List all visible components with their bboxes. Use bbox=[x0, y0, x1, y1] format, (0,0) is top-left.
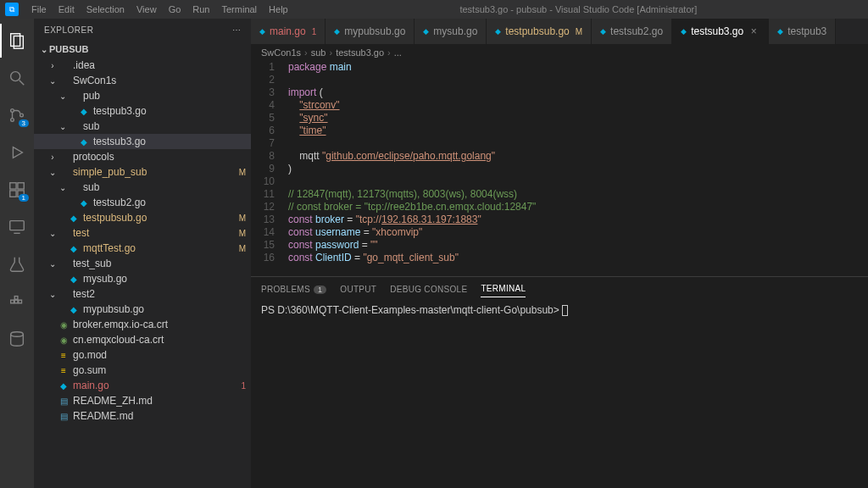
tree-item[interactable]: ◆mysub.go bbox=[34, 271, 251, 286]
tree-item[interactable]: ▤README_ZH.md bbox=[34, 393, 251, 408]
run-debug-icon[interactable] bbox=[0, 136, 34, 169]
docker-icon[interactable] bbox=[0, 285, 34, 319]
explorer-header: EXPLORER ⋯ bbox=[34, 19, 251, 41]
menu-run[interactable]: Run bbox=[186, 4, 215, 14]
file-label: mypubsub.go bbox=[83, 303, 144, 315]
remote-icon[interactable] bbox=[0, 210, 34, 244]
test-icon[interactable] bbox=[0, 247, 34, 281]
tree-item[interactable]: ⌄testM bbox=[34, 225, 251, 241]
file-label: testpub3.go bbox=[93, 105, 147, 117]
extensions-icon[interactable]: 1 bbox=[0, 173, 34, 207]
tree-item[interactable]: ◉broker.emqx.io-ca.crt bbox=[34, 317, 251, 332]
tree-item[interactable]: ›protocols bbox=[34, 149, 251, 164]
tree-item[interactable]: ⌄sub bbox=[34, 119, 251, 134]
editor-tab[interactable]: ◆testsub2.go bbox=[592, 19, 672, 44]
tree-item[interactable]: ⌄SwCon1s bbox=[34, 73, 251, 88]
code-editor[interactable]: 12345678910111213141516 package main imp… bbox=[251, 61, 868, 276]
tree-item[interactable]: ▤README.md bbox=[34, 408, 251, 424]
file-icon: ◆ bbox=[334, 27, 340, 36]
chevron-icon: ⌄ bbox=[47, 168, 58, 177]
file-icon bbox=[68, 120, 80, 132]
file-icon: ◆ bbox=[68, 303, 80, 315]
tree-item[interactable]: ◆main.go1 bbox=[34, 378, 251, 393]
chevron-icon: ⌄ bbox=[47, 229, 58, 238]
file-icon bbox=[58, 258, 70, 269]
more-icon[interactable]: ⋯ bbox=[232, 25, 242, 35]
breadcrumb-item[interactable]: SwCon1s bbox=[261, 47, 301, 58]
chevron-icon: ⌄ bbox=[58, 92, 68, 101]
breadcrumb-item[interactable]: ... bbox=[394, 47, 402, 58]
tree-item[interactable]: ◆testsub2.go bbox=[34, 195, 251, 210]
editor-tab[interactable]: ◆testsub3.go× bbox=[672, 19, 769, 44]
panel-tab-output[interactable]: OUTPUT bbox=[340, 281, 376, 297]
menu-help[interactable]: Help bbox=[263, 4, 294, 14]
activity-bar: 3 1 bbox=[0, 19, 34, 488]
count-badge: 1 bbox=[314, 286, 326, 294]
tab-status: 1 bbox=[312, 27, 317, 36]
file-icon: ◆ bbox=[58, 380, 70, 391]
editor-tab[interactable]: ◆testpubsub.goM bbox=[487, 19, 592, 44]
panel-tab-terminal[interactable]: TERMINAL bbox=[481, 280, 526, 297]
menu-bar: FileEditSelectionViewGoRunTerminalHelp bbox=[25, 4, 294, 14]
editor-tab[interactable]: ◆main.go1 bbox=[251, 19, 326, 44]
tree-item[interactable]: ⌄test2 bbox=[34, 286, 251, 302]
svg-rect-16 bbox=[19, 300, 22, 303]
terminal[interactable]: PS D:\360\MQTT-Client-Examples-master\mq… bbox=[251, 301, 868, 488]
chevron-down-icon: ⌄ bbox=[39, 45, 49, 54]
panel-tab-problems[interactable]: PROBLEMS1 bbox=[261, 281, 326, 297]
panel-tabs: PROBLEMS1OUTPUTDEBUG CONSOLETERMINAL bbox=[251, 277, 868, 301]
menu-go[interactable]: Go bbox=[163, 4, 187, 14]
editor-tab[interactable]: ◆testpub3 bbox=[769, 19, 836, 44]
breadcrumb-item[interactable]: sub bbox=[311, 47, 326, 58]
source-control-icon[interactable]: 3 bbox=[0, 98, 34, 132]
file-icon: ◆ bbox=[423, 27, 429, 36]
breadcrumb-item[interactable]: testsub3.go bbox=[336, 47, 384, 58]
menu-selection[interactable]: Selection bbox=[81, 4, 131, 14]
tab-label: mysub.go bbox=[433, 25, 477, 37]
tree-item[interactable]: ◆mqttTest.goM bbox=[34, 241, 251, 256]
tree-item[interactable]: ⌄test_sub bbox=[34, 256, 251, 271]
menu-terminal[interactable]: Terminal bbox=[216, 4, 264, 14]
file-label: go.sum bbox=[73, 364, 106, 376]
tree-item[interactable]: ◆testpub3.go bbox=[34, 103, 251, 119]
file-label: test2 bbox=[73, 288, 95, 300]
file-label: testsub3.go bbox=[93, 136, 146, 147]
tree-item[interactable]: ◆mypubsub.go bbox=[34, 302, 251, 317]
title-bar: ⧉ FileEditSelectionViewGoRunTerminalHelp… bbox=[0, 0, 868, 19]
menu-edit[interactable]: Edit bbox=[53, 4, 81, 14]
editor-tab[interactable]: ◆mypubsub.go bbox=[326, 19, 415, 44]
explorer-icon[interactable] bbox=[0, 24, 34, 58]
svg-line-3 bbox=[19, 80, 25, 86]
close-icon[interactable]: × bbox=[748, 25, 760, 37]
tree-item[interactable]: ⌄simple_pub_subM bbox=[34, 164, 251, 180]
file-icon: ▤ bbox=[58, 395, 70, 407]
scm-badge: 3 bbox=[19, 119, 29, 127]
editor-tab[interactable]: ◆mysub.go bbox=[415, 19, 487, 44]
code-lines[interactable]: package main import ( "strconv" "sync" "… bbox=[285, 61, 868, 276]
breadcrumb[interactable]: SwCon1s›sub›testsub3.go›... bbox=[251, 44, 868, 61]
tree-item[interactable]: ⌄sub bbox=[34, 180, 251, 195]
modified-badge: M bbox=[239, 244, 246, 253]
file-icon bbox=[58, 75, 70, 86]
menu-file[interactable]: File bbox=[25, 4, 53, 14]
menu-view[interactable]: View bbox=[131, 4, 163, 14]
tab-label: main.go bbox=[270, 25, 306, 37]
database-icon[interactable] bbox=[0, 322, 34, 356]
svg-point-5 bbox=[11, 119, 14, 122]
search-icon[interactable] bbox=[0, 61, 34, 95]
tree-item[interactable]: ≡go.sum bbox=[34, 363, 251, 378]
tree-item[interactable]: ◆testsub3.go bbox=[34, 134, 251, 149]
tree-item[interactable]: ◆testpubsub.goM bbox=[34, 210, 251, 225]
tree-item[interactable]: ›.idea bbox=[34, 58, 251, 73]
tree-item[interactable]: ≡go.mod bbox=[34, 347, 251, 363]
tree-item[interactable]: ⌄pub bbox=[34, 88, 251, 103]
panel-tab-debug-console[interactable]: DEBUG CONSOLE bbox=[390, 281, 467, 297]
tab-label: mypubsub.go bbox=[344, 25, 405, 37]
file-label: sub bbox=[83, 120, 99, 132]
file-label: go.mod bbox=[73, 349, 107, 361]
tree-item[interactable]: ◉cn.emqxcloud-ca.crt bbox=[34, 332, 251, 347]
file-label: testsub2.go bbox=[93, 197, 146, 208]
line-gutter: 12345678910111213141516 bbox=[251, 61, 285, 276]
file-icon bbox=[58, 151, 70, 163]
workspace-folder[interactable]: ⌄ PUBSUB bbox=[34, 41, 251, 58]
